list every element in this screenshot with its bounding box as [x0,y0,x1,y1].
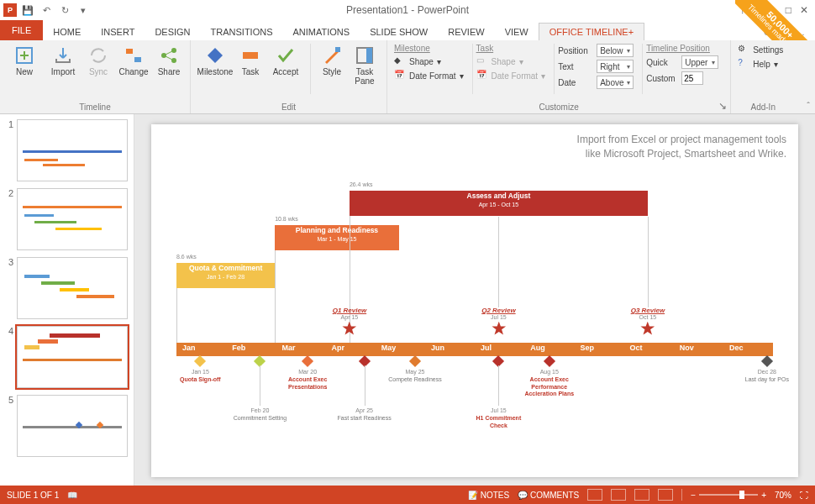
quick-label: Quick [646,58,678,67]
slide-subtitle: Import from Excel or project management … [577,133,786,162]
zoom-slider[interactable]: − + [691,491,766,500]
milestone-label: May 25Compete Readiness [386,369,444,384]
ribbon-options-icon[interactable]: ▢ [754,4,763,16]
share-icon [159,45,179,66]
slide: Import from Excel or project management … [151,124,798,477]
month-label: Mar [281,344,295,352]
month-label: Aug [530,344,545,352]
qat-more-icon[interactable]: ▾ [77,4,89,16]
task-bar[interactable]: Planning and ReadinessMar 1 - May 1510.8… [275,225,399,250]
undo-icon[interactable]: ↶ [40,4,52,16]
date-label: Date [558,78,593,87]
slide-counter[interactable]: SLIDE 1 OF 1 [7,491,59,500]
quick-access-toolbar: 💾 ↶ ↻ ▾ [22,4,89,16]
tab-design[interactable]: DESIGN [145,24,200,40]
milestone-header: Milestone [394,44,464,53]
settings-button[interactable]: ⚙Settings [738,44,783,55]
zoom-out-icon[interactable]: − [691,491,696,500]
review-milestone[interactable]: Q2 ReviewJul 15 [481,307,515,339]
tab-insert[interactable]: INSERT [91,24,145,40]
milestone-shape-dropdown[interactable]: ◆Shape ▾ [394,55,464,67]
slide-thumbnails: 1 2 3 4 5 [0,114,134,486]
new-button[interactable]: New [7,44,42,78]
sorter-view-button[interactable] [611,489,626,501]
collapse-ribbon-icon[interactable]: ˆ [807,101,810,111]
tab-review[interactable]: REVIEW [438,24,494,40]
task-bar[interactable]: Quota & CommitmentJan 1 - Feb 288.6 wks [176,263,275,288]
month-label: Oct [630,344,643,352]
text-dropdown[interactable]: Right [597,60,634,73]
gear-icon: ⚙ [738,44,749,55]
quick-dropdown[interactable]: Upper [681,55,718,69]
thumbnail-4[interactable] [17,326,128,388]
position-dropdown[interactable]: Below [597,44,634,57]
sync-button[interactable]: Sync [84,44,113,78]
date-dropdown[interactable]: Above [597,76,634,89]
share-button[interactable]: Share [155,44,183,78]
status-bar: SLIDE 1 OF 1 📖 📝 NOTES 💬 COMMENTS − + 70… [0,486,815,504]
normal-view-button[interactable] [587,489,602,501]
tab-office-timeline[interactable]: OFFICE TIMELINE+ [539,23,644,41]
thumbnail-1[interactable] [17,119,128,181]
comments-button[interactable]: 💬 COMMENTS [518,491,579,500]
tab-view[interactable]: VIEW [495,24,539,40]
milestone-diamond[interactable] [302,355,313,367]
review-milestone[interactable]: Q1 ReviewApr 15 [333,307,366,339]
style-button[interactable]: Style [318,44,346,78]
accept-button[interactable]: Accept [268,44,303,78]
workspace: 1 2 3 4 5 Import from Excel or project m… [0,114,815,486]
restore-button[interactable]: □ [786,4,791,16]
ribbon-group-timeline: New Import Sync Change Share Timeline [0,40,191,113]
milestone-diamond[interactable] [409,355,421,367]
zoom-in-icon[interactable]: + [761,491,766,500]
month-label: Jan [182,344,196,352]
spellcheck-icon[interactable]: 📖 [67,491,77,500]
tab-right-overflow[interactable]: Office T… [754,24,815,40]
custom-input[interactable] [681,71,703,85]
milestone-diamond[interactable] [761,355,773,367]
thumbnail-3[interactable] [17,257,128,319]
milestone-dateformat-dropdown[interactable]: 📅Date Format ▾ [394,70,464,81]
review-milestone[interactable]: Q3 ReviewOct 15 [631,307,665,339]
save-icon[interactable]: 💾 [22,4,34,16]
thumbnail-5[interactable] [17,395,128,457]
help-icon: ? [738,58,749,70]
svg-rect-7 [335,47,340,52]
title-bar: P 💾 ↶ ↻ ▾ Presentation1 - PowerPoint ? ▢… [0,0,815,20]
task-shape-dropdown[interactable]: ▭Shape ▾ [476,55,546,67]
close-button[interactable]: ✕ [800,4,808,16]
milestone-button[interactable]: Milestone [197,44,233,78]
task-bar[interactable]: Assess and AdjustApr 15 - Oct 1526.4 wks [350,191,648,216]
help-icon[interactable]: ? [739,4,745,16]
tab-file[interactable]: FILE [0,20,43,40]
task-button[interactable]: Task [236,44,265,78]
task-pane-button[interactable]: Task Pane [350,44,380,87]
task-header: Task [476,44,546,53]
task-pane-icon [355,45,375,66]
reading-view-button[interactable] [634,489,649,501]
notes-button[interactable]: 📝 NOTES [468,491,509,500]
milestone-diamond[interactable] [194,355,206,367]
month-label: Jun [431,344,444,352]
import-button[interactable]: Import [45,44,81,78]
milestone-diamond[interactable] [544,355,555,367]
change-button[interactable]: Change [116,44,151,78]
group-launcher-icon[interactable]: ↘ [718,100,727,112]
tab-animations[interactable]: ANIMATIONS [283,24,360,40]
fit-to-window-icon[interactable]: ⛶ [800,491,808,500]
zoom-level[interactable]: 70% [775,491,791,500]
thumbnail-2[interactable] [17,188,128,250]
tab-home[interactable]: HOME [43,24,91,40]
milestone-label: Feb 20Commitment Setting [230,407,289,423]
tab-transitions[interactable]: TRANSITIONS [201,24,283,40]
help-button[interactable]: ?Help ▾ [738,58,783,70]
redo-icon[interactable]: ↻ [59,4,71,16]
slide-canvas-area[interactable]: Import from Excel or project management … [134,114,815,486]
task-dateformat-dropdown[interactable]: 📅Date Format ▾ [476,70,546,81]
ribbon-group-customize: Milestone ◆Shape ▾ 📅Date Format ▾ Task ▭… [387,40,731,113]
minimize-button[interactable]: – [771,4,777,16]
ribbon-tabs: FILE HOME INSERT DESIGN TRANSITIONS ANIM… [0,20,815,40]
milestone-label: Apr 25Fast start Readiness [335,407,394,423]
slideshow-view-button[interactable] [658,489,673,501]
tab-slideshow[interactable]: SLIDE SHOW [360,24,438,40]
